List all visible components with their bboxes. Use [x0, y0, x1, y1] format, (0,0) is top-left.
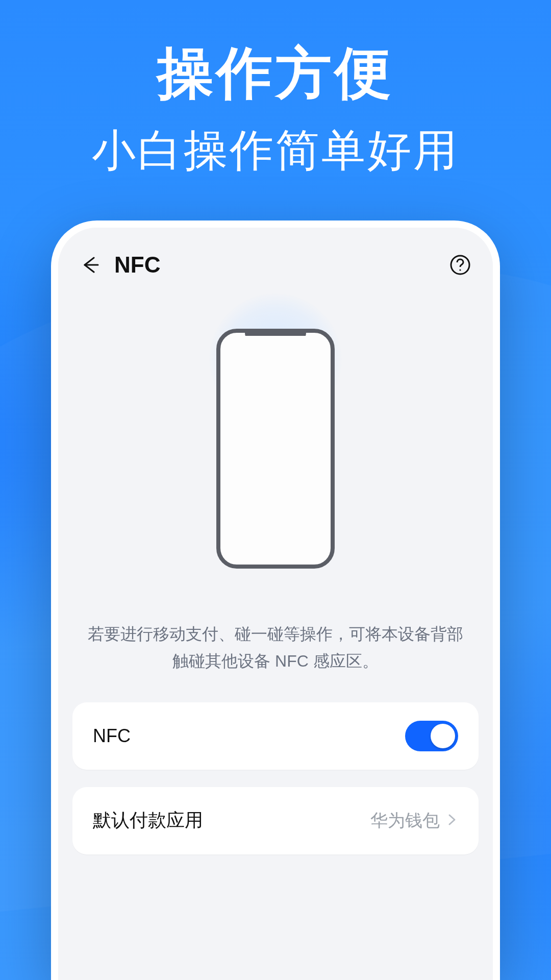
promo-subheading: 小白操作简单好用 [0, 121, 551, 181]
promo-heading: 操作方便 [0, 36, 551, 112]
nfc-illustration [58, 324, 493, 589]
help-icon [449, 254, 471, 276]
nfc-toggle-switch[interactable] [405, 721, 458, 751]
help-button[interactable] [446, 251, 474, 279]
page-title: NFC [114, 252, 160, 278]
chevron-right-icon [445, 813, 458, 828]
back-arrow-icon [81, 255, 101, 275]
default-payment-app-row[interactable]: 默认付款应用 华为钱包 [72, 787, 479, 854]
default-app-label: 默认付款应用 [93, 808, 203, 833]
back-button[interactable] [77, 251, 105, 279]
title-bar: NFC [58, 242, 493, 288]
nfc-toggle-label: NFC [93, 725, 131, 747]
nfc-toggle-row[interactable]: NFC [72, 702, 479, 770]
nfc-description: 若要进行移动支付、碰一碰等操作，可将本设备背部触碰其他设备 NFC 感应区。 [88, 621, 463, 675]
svg-point-1 [459, 269, 461, 271]
phone-outline-icon [216, 329, 335, 569]
promo-banner: 操作方便 小白操作简单好用 [0, 36, 551, 181]
phone-mockup: NFC 若要进行移动支付、碰一碰等操作 [51, 220, 500, 980]
default-app-value: 华为钱包 [370, 809, 440, 832]
